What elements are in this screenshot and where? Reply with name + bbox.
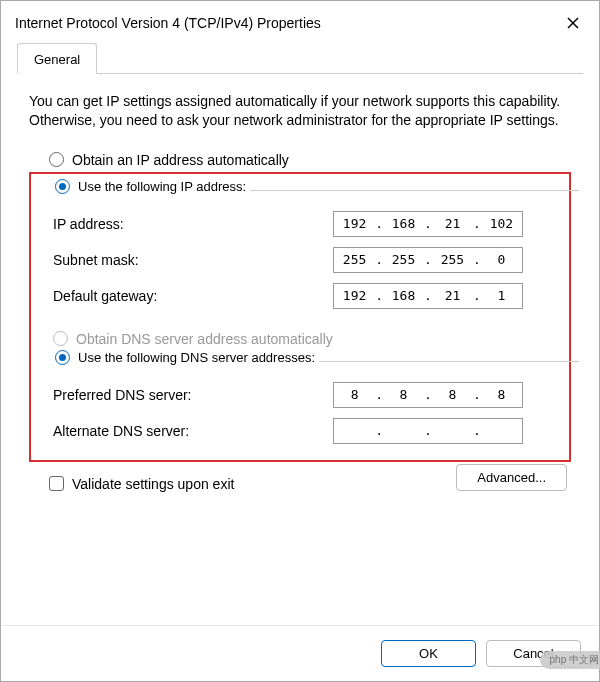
validate-checkbox-label: Validate settings upon exit — [72, 476, 234, 492]
radio-dns-manual[interactable] — [55, 350, 70, 365]
window-title: Internet Protocol Version 4 (TCP/IPv4) P… — [15, 15, 321, 31]
radio-icon — [53, 331, 68, 346]
preferred-dns-input[interactable]: 8. 8. 8. 8 — [333, 382, 523, 408]
cancel-button[interactable]: Cancel — [486, 640, 581, 667]
alternate-dns-label: Alternate DNS server: — [53, 423, 333, 439]
subnet-mask-input[interactable]: 255. 255. 255. 0 — [333, 247, 523, 273]
ip-fieldset: Use the following IP address: — [55, 190, 579, 191]
preferred-dns-label: Preferred DNS server: — [53, 387, 333, 403]
close-icon — [567, 17, 579, 29]
field-ip-address: IP address: 192. 168. 21. 102 — [53, 211, 559, 237]
radio-dns-auto-label: Obtain DNS server address automatically — [76, 331, 333, 347]
tab-body: You can get IP settings assigned automat… — [17, 74, 583, 501]
description-text: You can get IP settings assigned automat… — [29, 92, 571, 130]
field-alternate-dns: Alternate DNS server: . . . — [53, 418, 559, 444]
radio-ip-auto-label: Obtain an IP address automatically — [72, 152, 289, 168]
radio-icon — [49, 152, 64, 167]
radio-dns-auto: Obtain DNS server address automatically — [53, 331, 559, 347]
checkbox-icon — [49, 476, 64, 491]
tab-general[interactable]: General — [17, 43, 97, 74]
content-area: General You can get IP settings assigned… — [1, 43, 599, 625]
radio-ip-auto[interactable]: Obtain an IP address automatically — [49, 152, 571, 168]
default-gateway-input[interactable]: 192. 168. 21. 1 — [333, 283, 523, 309]
subnet-mask-label: Subnet mask: — [53, 252, 333, 268]
highlighted-group: Use the following IP address: IP address… — [29, 172, 571, 462]
field-subnet-mask: Subnet mask: 255. 255. 255. 0 — [53, 247, 559, 273]
radio-ip-manual[interactable] — [55, 179, 70, 194]
field-default-gateway: Default gateway: 192. 168. 21. 1 — [53, 283, 559, 309]
dns-fieldset: Use the following DNS server addresses: — [55, 361, 579, 362]
default-gateway-label: Default gateway: — [53, 288, 333, 304]
tab-strip: General — [17, 43, 583, 74]
titlebar: Internet Protocol Version 4 (TCP/IPv4) P… — [1, 1, 599, 43]
ip-address-label: IP address: — [53, 216, 333, 232]
alternate-dns-input[interactable]: . . . — [333, 418, 523, 444]
field-preferred-dns: Preferred DNS server: 8. 8. 8. 8 — [53, 382, 559, 408]
dialog-window: Internet Protocol Version 4 (TCP/IPv4) P… — [0, 0, 600, 682]
close-button[interactable] — [559, 9, 587, 37]
dialog-footer: OK Cancel php 中文网 — [1, 625, 599, 681]
radio-ip-manual-label: Use the following IP address: — [78, 179, 246, 194]
ip-address-input[interactable]: 192. 168. 21. 102 — [333, 211, 523, 237]
advanced-button[interactable]: Advanced... — [456, 464, 567, 491]
ok-button[interactable]: OK — [381, 640, 476, 667]
radio-dns-manual-label: Use the following DNS server addresses: — [78, 350, 315, 365]
